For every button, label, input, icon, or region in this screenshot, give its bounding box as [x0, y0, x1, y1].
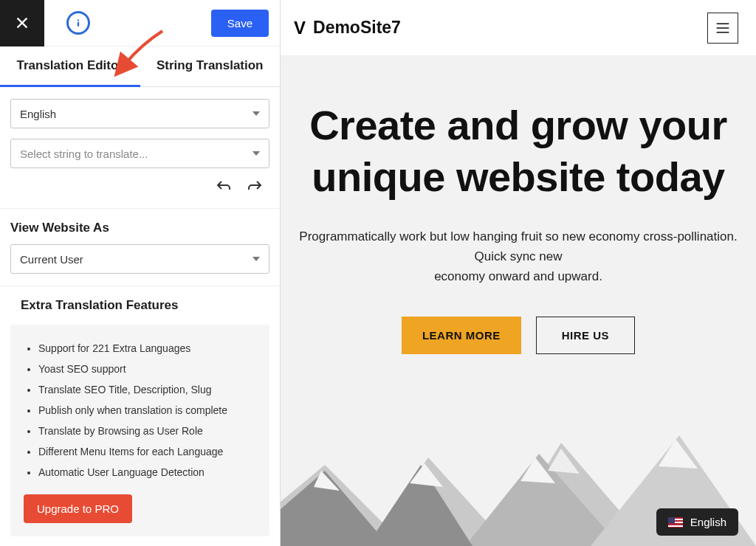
language-select[interactable]: English [10, 99, 269, 128]
logo-mark-icon: V [294, 18, 306, 38]
upgrade-pro-button[interactable]: Upgrade to PRO [24, 494, 132, 523]
hero-title: Create and grow your unique website toda… [294, 100, 743, 203]
hamburger-icon [715, 22, 730, 34]
info-button[interactable] [66, 11, 90, 35]
extra-features-box: Support for 221 Extra Languages Yoast SE… [10, 325, 269, 536]
chevron-down-icon [252, 257, 260, 261]
hero-section: Create and grow your unique website toda… [281, 55, 756, 546]
next-string-button[interactable] [246, 179, 264, 196]
sidebar-topbar: Save [0, 0, 280, 46]
site-preview: V DemoSite7 Create and grow your unique … [281, 0, 756, 546]
string-select-placeholder: Select string to translate... [20, 148, 148, 160]
redo-arrow-icon [246, 179, 264, 196]
translation-sidebar: Save Translation Editor String Translati… [0, 0, 281, 546]
preview-header: V DemoSite7 [281, 0, 756, 55]
language-switcher[interactable]: English [656, 508, 738, 536]
view-as-heading: View Website As [0, 209, 280, 244]
string-select[interactable]: Select string to translate... [10, 139, 269, 168]
feature-item: Support for 221 Extra Languages [38, 338, 259, 359]
extra-features-section: Extra Translation Features Support for 2… [0, 286, 280, 536]
learn-more-button[interactable]: LEARN MORE [402, 317, 521, 354]
tab-translation-editor[interactable]: Translation Editor [0, 46, 140, 87]
hero-buttons: LEARN MORE HIRE US [294, 317, 743, 354]
site-logo[interactable]: V DemoSite7 [294, 18, 401, 38]
svg-rect-3 [78, 22, 79, 27]
chevron-down-icon [252, 151, 260, 156]
brand-name: DemoSite7 [313, 18, 401, 38]
selectors-panel: English Select string to translate... [0, 87, 280, 209]
feature-item: Yoast SEO support [38, 359, 259, 379]
feature-item: Translate SEO Title, Description, Slug [38, 379, 259, 400]
string-nav [10, 179, 269, 196]
view-as-value: Current User [20, 253, 83, 266]
hamburger-menu-button[interactable] [707, 13, 738, 44]
save-button[interactable]: Save [211, 10, 269, 37]
undo-arrow-icon [215, 179, 233, 196]
svg-point-2 [78, 19, 79, 21]
tab-string-translation[interactable]: String Translation [140, 46, 281, 86]
close-icon [14, 15, 30, 31]
view-as-section: View Website As Current User [0, 209, 280, 286]
feature-item: Different Menu Items for each Language [38, 441, 259, 462]
chevron-down-icon [252, 111, 260, 116]
close-button[interactable] [0, 0, 44, 46]
feature-item: Publish only when translation is complet… [38, 400, 259, 421]
hire-us-button[interactable]: HIRE US [536, 317, 635, 354]
feature-item: Automatic User Language Detection [38, 462, 259, 483]
language-switcher-label: English [690, 516, 726, 528]
view-as-select[interactable]: Current User [10, 244, 269, 274]
prev-string-button[interactable] [215, 179, 233, 196]
sidebar-tabs: Translation Editor String Translation [0, 46, 280, 87]
info-icon [73, 18, 83, 28]
feature-item: Translate by Browsing as User Role [38, 421, 259, 441]
extra-features-heading: Extra Translation Features [10, 286, 269, 322]
language-select-value: English [20, 108, 56, 120]
us-flag-icon [668, 517, 683, 528]
hero-description: Programmatically work but low hanging fr… [294, 227, 743, 287]
